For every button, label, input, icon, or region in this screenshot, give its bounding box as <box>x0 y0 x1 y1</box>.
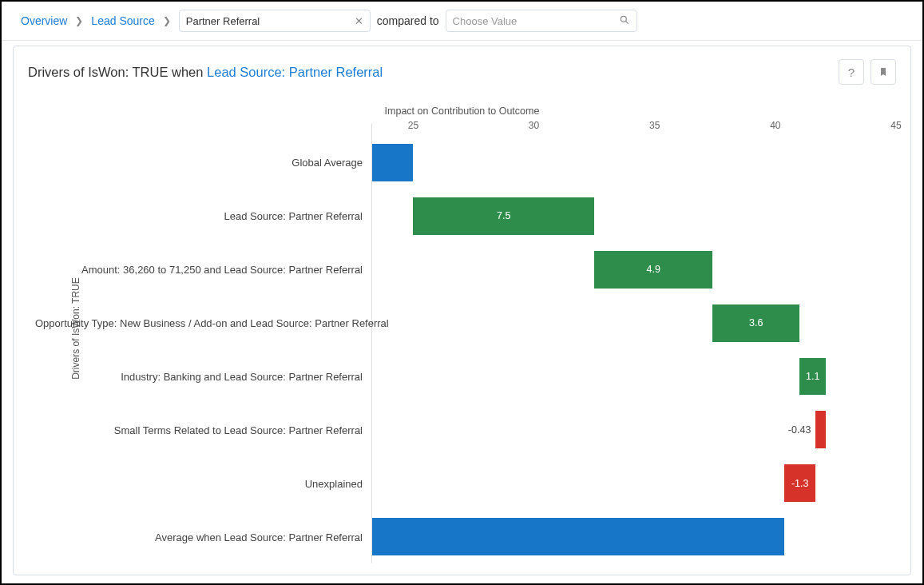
chart-row: Global Average <box>372 136 896 189</box>
bookmark-button[interactable] <box>870 59 896 85</box>
clear-icon[interactable]: ✕ <box>355 15 363 27</box>
breadcrumb-leadsource[interactable]: Lead Source <box>91 14 154 27</box>
card-title-link[interactable]: Lead Source: Partner Referral <box>207 65 383 79</box>
chart-row: Lead Source: Partner Referral7.5 <box>372 189 896 243</box>
row-label: Opportunity Type: New Business / Add-on … <box>35 317 363 329</box>
help-button[interactable]: ? <box>839 59 864 85</box>
bar-segment[interactable]: 3.6 <box>712 304 799 342</box>
breadcrumb-overview[interactable]: Overview <box>21 14 67 27</box>
compare-placeholder: Choose Value <box>453 15 619 27</box>
bar-segment[interactable]: 4.9 <box>594 251 712 289</box>
row-label: Small Terms Related to Lead Source: Part… <box>114 424 363 436</box>
x-tick-label: 30 <box>529 120 539 131</box>
bar-segment[interactable] <box>372 518 784 555</box>
bar-segment[interactable] <box>815 411 826 448</box>
chevron-right-icon: ❯ <box>161 15 173 26</box>
drivers-card: Drivers of IsWon: TRUE when Lead Source:… <box>13 46 911 575</box>
svg-line-1 <box>625 21 628 23</box>
x-tick-label: 40 <box>770 120 780 131</box>
row-label: Industry: Banking and Lead Source: Partn… <box>121 370 363 382</box>
chart-row: Amount: 36,260 to 71,250 and Lead Source… <box>372 243 896 296</box>
svg-point-0 <box>621 16 626 22</box>
waterfall-chart: Impact on Contribution to Outcome Driver… <box>28 93 896 563</box>
selected-value-input[interactable]: Partner Referral ✕ <box>179 10 371 32</box>
compare-value-input[interactable]: Choose Value <box>446 10 637 32</box>
chart-row: Opportunity Type: New Business / Add-on … <box>372 296 896 350</box>
selected-value-text: Partner Referral <box>186 15 355 27</box>
x-tick-label: 25 <box>408 120 418 131</box>
bar-segment[interactable] <box>372 144 413 181</box>
bar-segment[interactable]: -1.3 <box>784 464 815 502</box>
row-label: Amount: 36,260 to 71,250 and Lead Source… <box>81 264 363 276</box>
chart-row: Unexplained-1.3 <box>372 456 896 510</box>
search-icon[interactable] <box>619 14 630 28</box>
bar-segment[interactable]: 7.5 <box>413 197 594 235</box>
card-title: Drivers of IsWon: TRUE when Lead Source:… <box>28 65 383 80</box>
x-tick-label: 45 <box>890 120 901 131</box>
row-label: Average when Lead Source: Partner Referr… <box>155 531 363 543</box>
x-tick-label: 35 <box>649 120 660 131</box>
row-label: Global Average <box>291 157 363 169</box>
x-axis-label: Impact on Contribution to Outcome <box>28 105 896 117</box>
chart-row: Average when Lead Source: Partner Referr… <box>372 510 896 563</box>
chart-row: Industry: Banking and Lead Source: Partn… <box>372 350 896 404</box>
bar-segment[interactable]: 1.1 <box>799 358 826 396</box>
chart-row: Small Terms Related to Lead Source: Part… <box>372 403 896 456</box>
card-title-prefix: Drivers of IsWon: TRUE when <box>28 65 207 79</box>
compared-to-label: compared to <box>377 14 439 27</box>
row-label: Unexplained <box>305 477 363 489</box>
row-label: Lead Source: Partner Referral <box>224 210 363 222</box>
bar-value-label: -0.43 <box>788 424 811 436</box>
chevron-right-icon: ❯ <box>73 15 85 26</box>
breadcrumb-bar: Overview ❯ Lead Source ❯ Partner Referra… <box>2 2 922 41</box>
